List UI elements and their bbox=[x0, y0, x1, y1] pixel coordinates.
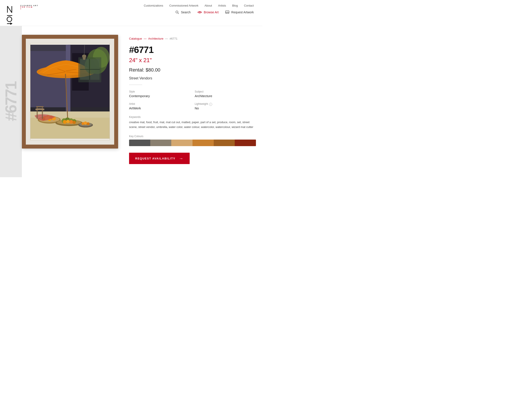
artist-label: Artist bbox=[129, 102, 190, 105]
logo-icon bbox=[7, 4, 19, 26]
search-nav-btn[interactable]: Search bbox=[175, 10, 190, 14]
bottom-nav: Search Browse Art Request Artwork bbox=[175, 10, 254, 17]
meta-style: Style Contemporary bbox=[129, 90, 190, 98]
request-btn-arrow: → bbox=[179, 156, 184, 160]
request-btn-label: REQUEST AVAILABILITY bbox=[135, 157, 175, 160]
request-availability-button[interactable]: REQUEST AVAILABILITY → bbox=[129, 153, 190, 164]
site-header: CLEARED ART FOR FILM • Customizations Co… bbox=[0, 0, 262, 26]
artwork-frame bbox=[22, 35, 118, 149]
watermark-text: #6771 bbox=[2, 82, 20, 121]
colours-section: Key Colours bbox=[129, 135, 256, 146]
meta-artist: Artist ArtWerk bbox=[129, 102, 190, 110]
meta-lightweight: Lightweight i No bbox=[195, 102, 256, 110]
breadcrumb-catalogue[interactable]: Catalogue bbox=[129, 37, 142, 40]
svg-point-45 bbox=[72, 121, 76, 124]
keywords-section: Keywords creative mat, food, fruit, mat,… bbox=[129, 115, 256, 130]
colour-swatch-1 bbox=[129, 140, 150, 146]
logo-cleared-text: CLEARED ART bbox=[20, 5, 38, 6]
keywords-text: creative mat, food, fruit, mat, mat cut … bbox=[129, 120, 256, 130]
artwork-id: #6771 bbox=[129, 45, 256, 55]
artwork-column bbox=[22, 35, 118, 164]
nav-commissioned[interactable]: Commissioned Artwork bbox=[169, 4, 198, 7]
subject-value: Architecture bbox=[195, 94, 212, 98]
colour-swatch-5 bbox=[214, 140, 235, 146]
request-nav-btn[interactable]: Request Artwork bbox=[225, 10, 254, 14]
breadcrumb-id: #6771 bbox=[169, 37, 178, 40]
svg-line-7 bbox=[178, 13, 179, 14]
logo-film-text: FOR FILM bbox=[20, 6, 38, 8]
artwork-inner-mat bbox=[30, 43, 110, 140]
svg-point-6 bbox=[176, 11, 178, 13]
svg-point-4 bbox=[7, 17, 12, 22]
nav-blog[interactable]: Blog bbox=[232, 4, 238, 7]
divider bbox=[129, 85, 142, 85]
sidebar-watermark: #6771 bbox=[0, 26, 22, 177]
svg-point-49 bbox=[84, 121, 87, 125]
artwork-dimensions: 24" x 21" bbox=[129, 57, 256, 64]
top-nav: Customizations Commissioned Artwork Abou… bbox=[144, 4, 254, 7]
breadcrumb-category[interactable]: Architecture bbox=[148, 37, 163, 40]
request-label: Request Artwork bbox=[231, 10, 254, 14]
artist-value: ArtWerk bbox=[129, 106, 141, 110]
svg-point-50 bbox=[87, 122, 89, 125]
artwork-painting bbox=[30, 43, 110, 140]
browse-icon bbox=[197, 10, 202, 14]
colour-swatches bbox=[129, 140, 256, 146]
artwork-rental: Rental: $80.00 bbox=[129, 67, 256, 73]
svg-rect-51 bbox=[37, 106, 38, 119]
breadcrumb-sep2: — bbox=[165, 37, 169, 40]
browse-nav-btn[interactable]: Browse Art bbox=[197, 10, 219, 14]
meta-grid: Style Contemporary Subject Architecture … bbox=[129, 90, 256, 110]
style-value: Contemporary bbox=[129, 94, 150, 98]
svg-rect-14 bbox=[30, 51, 68, 107]
search-icon bbox=[175, 10, 179, 14]
logo-dot: • bbox=[20, 8, 38, 10]
colour-swatch-4 bbox=[193, 140, 214, 146]
nav-artists[interactable]: Artists bbox=[218, 4, 226, 7]
search-label: Search bbox=[181, 10, 190, 14]
keywords-label: Keywords bbox=[129, 115, 256, 119]
colours-label: Key Colours bbox=[129, 135, 256, 138]
svg-point-43 bbox=[66, 120, 70, 123]
nav-customizations[interactable]: Customizations bbox=[144, 4, 163, 7]
lightweight-info-icon[interactable]: i bbox=[209, 103, 212, 106]
meta-subject: Subject Architecture bbox=[195, 90, 256, 98]
svg-point-8 bbox=[199, 12, 200, 13]
browse-label: Browse Art bbox=[204, 10, 219, 14]
svg-rect-62 bbox=[83, 55, 85, 60]
nav-right: Customizations Commissioned Artwork Abou… bbox=[144, 4, 254, 17]
breadcrumb: Catalogue — Architecture — #6771 bbox=[129, 37, 256, 40]
svg-rect-52 bbox=[42, 106, 43, 119]
colour-swatch-3 bbox=[171, 140, 193, 146]
breadcrumb-sep1: — bbox=[144, 37, 147, 40]
details-column: Catalogue — Architecture — #6771 #6771 2… bbox=[129, 35, 256, 164]
svg-line-1 bbox=[8, 6, 12, 13]
svg-point-42 bbox=[63, 120, 67, 124]
artwork-title: Street Vendors bbox=[129, 76, 256, 80]
svg-rect-53 bbox=[36, 106, 44, 107]
nav-about[interactable]: About bbox=[205, 4, 212, 7]
page-body: #6771 bbox=[0, 26, 262, 177]
logo[interactable]: CLEARED ART FOR FILM • bbox=[7, 4, 38, 26]
nav-contact[interactable]: Contact bbox=[244, 4, 254, 7]
subject-label: Subject bbox=[195, 90, 256, 93]
main-content: Catalogue — Architecture — #6771 #6771 2… bbox=[22, 26, 262, 177]
colour-swatch-6 bbox=[235, 140, 256, 146]
style-label: Style bbox=[129, 90, 190, 93]
lightweight-label: Lightweight bbox=[195, 102, 208, 105]
artwork-mat bbox=[26, 39, 114, 145]
request-icon bbox=[225, 10, 229, 14]
colour-swatch-2 bbox=[150, 140, 171, 146]
lightweight-value: No bbox=[195, 106, 199, 110]
